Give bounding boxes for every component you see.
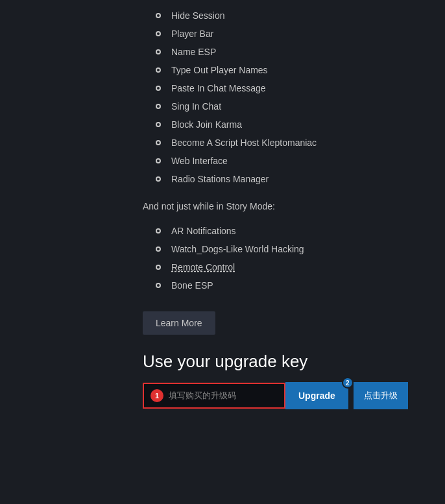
list-item-label: Bone ESP: [171, 280, 213, 291]
bullet-icon: [156, 104, 161, 109]
list-item-label: Player Bar: [171, 29, 213, 39]
list-item-label: Hide Session: [171, 10, 225, 21]
list-item-label: Become A Script Host Kleptomaniac: [171, 138, 317, 148]
list-item: Paste In Chat Message: [156, 79, 432, 97]
list-item-label: Web Interface: [171, 156, 228, 166]
list-item-label: Name ESP: [171, 47, 216, 57]
bullet-icon: [156, 49, 161, 54]
upgrade-section: Use your upgrade key 1 填写购买的升级码 Upgrade …: [130, 345, 445, 416]
list-item: Radio Stations Manager: [156, 170, 432, 188]
list-item-label: AR Notifications: [171, 226, 236, 236]
list-item: Type Out Player Names: [156, 61, 432, 79]
list-item: Watch_Dogs-Like World Hacking: [156, 240, 432, 258]
story-list-section: AR Notifications Watch_Dogs-Like World H…: [130, 215, 445, 301]
bullet-icon: [156, 86, 161, 91]
list-item-label: Watch_Dogs-Like World Hacking: [171, 244, 304, 254]
bullet-icon: [156, 31, 161, 36]
bullet-icon: [156, 176, 161, 182]
list-item-label: Type Out Player Names: [171, 65, 268, 75]
content-area: Hide Session Player Bar Name ESP Type Ou…: [0, 0, 445, 416]
list-item-label: Paste In Chat Message: [171, 83, 266, 93]
list-item: AR Notifications: [156, 222, 432, 240]
list-item: Web Interface: [156, 152, 432, 170]
upgrade-key-placeholder: 填写购买的升级码: [169, 390, 236, 402]
learn-more-button[interactable]: Learn More: [143, 311, 215, 335]
bullet-icon: [156, 265, 161, 270]
badge-1: 1: [150, 389, 163, 402]
bullet-icon: [156, 283, 161, 288]
upgrade-btn-wrapper: Upgrade 2: [285, 382, 348, 409]
bullet-icon: [156, 246, 161, 252]
list-item: Hide Session: [156, 6, 432, 25]
list-section: Hide Session Player Bar Name ESP Type Ou…: [130, 0, 445, 195]
upgrade-key-input-border[interactable]: 1 填写购买的升级码: [143, 383, 285, 409]
list-item: Player Bar: [156, 25, 432, 43]
list-item: Remote Control: [156, 258, 432, 276]
upgrade-input-row: 1 填写购买的升级码 Upgrade 2 点击升级: [143, 382, 432, 409]
list-item: Name ESP: [156, 43, 432, 61]
upgrade-key-input-wrapper: 1 填写购买的升级码: [143, 383, 285, 409]
list-item: Sing In Chat: [156, 97, 432, 115]
bullet-icon: [156, 158, 161, 163]
list-item-label: Remote Control: [171, 262, 235, 272]
bullet-icon: [156, 140, 161, 145]
list-item-label: Radio Stations Manager: [171, 174, 269, 184]
list-item: Bone ESP: [156, 276, 432, 294]
list-item: Become A Script Host Kleptomaniac: [156, 134, 432, 152]
click-upgrade-button[interactable]: 点击升级: [354, 382, 408, 409]
list-item-label: Block Join Karma: [171, 119, 242, 130]
list-item-label: Sing In Chat: [171, 101, 221, 112]
badge-2: 2: [342, 377, 354, 389]
list-item: Block Join Karma: [156, 115, 432, 134]
bullet-icon: [156, 67, 161, 73]
upgrade-title: Use your upgrade key: [143, 352, 432, 372]
bullet-icon: [156, 228, 161, 234]
main-container: Hide Session Player Bar Name ESP Type Ou…: [0, 0, 445, 504]
story-mode-label: And not just while in Story Mode:: [130, 195, 445, 215]
upgrade-button[interactable]: Upgrade: [285, 382, 348, 409]
bullet-icon: [156, 122, 161, 127]
bullet-icon: [156, 13, 161, 18]
